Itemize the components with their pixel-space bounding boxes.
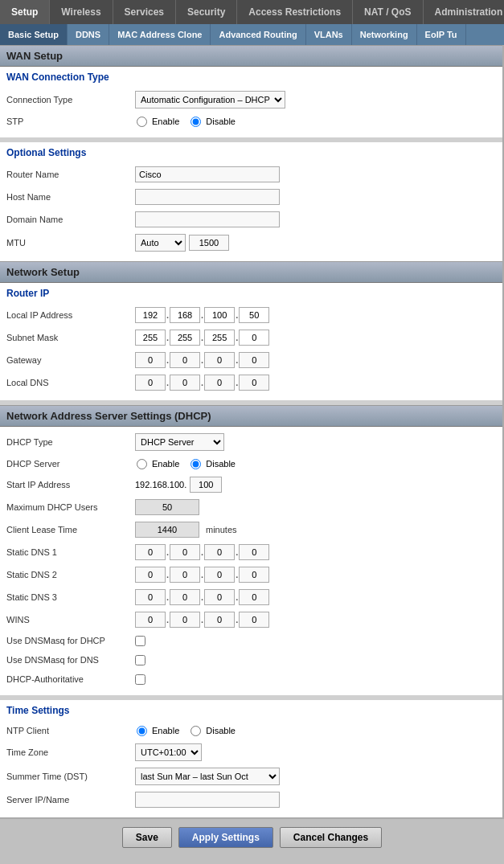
local-dns-a[interactable] — [135, 375, 166, 391]
subnet-b[interactable] — [170, 330, 200, 346]
local-ip-b[interactable] — [170, 307, 200, 323]
sdns1-c[interactable] — [204, 544, 235, 560]
local-dns-d[interactable] — [239, 375, 269, 391]
connection-type-select[interactable]: Automatic Configuration – DHCP Static IP… — [135, 91, 285, 109]
nav-setup[interactable]: Setup — [0, 0, 50, 24]
static-dns1-label: Static DNS 1 — [6, 547, 135, 557]
start-ip-last[interactable] — [190, 477, 222, 493]
start-ip-prefix: 192.168.100. — [135, 480, 186, 489]
sdns2-b[interactable] — [170, 567, 200, 583]
time-settings-header: Time Settings — [0, 700, 502, 718]
ntp-disable-radio[interactable] — [191, 726, 201, 736]
local-dns-control: . . . — [135, 375, 496, 391]
dhcp-enable-label: Enable — [152, 459, 179, 469]
sdns2-d[interactable] — [239, 567, 269, 583]
static-dns2-row: Static DNS 2 . . . — [6, 563, 496, 586]
timezone-control: UTC+01:00 UTC UTC+02:00 UTC-05:00 — [135, 743, 496, 761]
subnav-eoip[interactable]: EoIP Tu — [417, 24, 466, 45]
sdns3-d[interactable] — [239, 589, 269, 605]
apply-settings-button[interactable]: Apply Settings — [178, 827, 273, 848]
ntp-client-row: NTP Client Enable Disable — [6, 721, 496, 740]
local-ip-a[interactable] — [135, 307, 166, 323]
dhcp-type-select[interactable]: DHCP Server DHCP Forwarder Disabled — [135, 433, 224, 451]
wins-c[interactable] — [204, 612, 235, 628]
dnsmasq-dns-checkbox[interactable] — [135, 655, 145, 665]
sdns1-a[interactable] — [135, 544, 166, 560]
router-name-input[interactable] — [135, 166, 280, 182]
server-ip-input[interactable] — [135, 792, 280, 808]
nav-services[interactable]: Services — [113, 0, 176, 24]
sdns2-c[interactable] — [204, 567, 235, 583]
server-ip-label: Server IP/Name — [6, 795, 135, 805]
static-dns1-row: Static DNS 1 . . . — [6, 541, 496, 563]
local-dns-b[interactable] — [170, 375, 200, 391]
stp-disable-radio[interactable] — [191, 117, 201, 127]
dnsmasq-dhcp-control — [135, 636, 496, 646]
gateway-b[interactable] — [170, 352, 200, 368]
subnav-advanced-routing[interactable]: Advanced Routing — [211, 24, 305, 45]
lease-time-input[interactable] — [135, 522, 199, 538]
subnav-ddns[interactable]: DDNS — [68, 24, 109, 45]
mtu-label: MTU — [6, 238, 135, 248]
timezone-select[interactable]: UTC+01:00 UTC UTC+02:00 UTC-05:00 — [135, 743, 202, 761]
host-name-input[interactable] — [135, 189, 280, 205]
dhcp-enable-radio[interactable] — [137, 459, 147, 469]
subnet-mask-row: Subnet Mask . . . — [6, 326, 496, 349]
subnav-mac-address-clone[interactable]: MAC Address Clone — [109, 24, 211, 45]
sdns3-c[interactable] — [204, 589, 235, 605]
nav-security[interactable]: Security — [176, 0, 237, 24]
local-dns-c[interactable] — [204, 375, 235, 391]
stp-label: STP — [6, 117, 135, 126]
summer-time-select[interactable]: last Sun Mar – last Sun Oct Disabled — [135, 768, 280, 785]
local-ip-row: Local IP Address . . . — [6, 304, 496, 326]
summer-time-row: Summer Time (DST) last Sun Mar – last Su… — [6, 764, 496, 788]
connection-type-row: Connection Type Automatic Configuration … — [6, 88, 496, 112]
sdns3-b[interactable] — [170, 589, 200, 605]
subnet-d[interactable] — [239, 330, 269, 346]
ntp-disable-label: Disable — [206, 726, 236, 735]
max-users-row: Maximum DHCP Users — [6, 496, 496, 518]
dnsmasq-dhcp-row: Use DNSMasq for DHCP — [6, 631, 496, 650]
subnav-basic-setup[interactable]: Basic Setup — [0, 24, 68, 45]
dhcp-auth-checkbox[interactable] — [135, 674, 145, 685]
subnav-networking[interactable]: Networking — [352, 24, 417, 45]
cancel-changes-button[interactable]: Cancel Changes — [280, 827, 382, 848]
save-button[interactable]: Save — [122, 827, 172, 848]
nav-nat-qos[interactable]: NAT / QoS — [353, 0, 423, 24]
sdns2-a[interactable] — [135, 567, 166, 583]
ntp-enable-radio[interactable] — [137, 726, 147, 736]
dhcp-server-label: DHCP Server — [6, 459, 135, 469]
domain-name-label: Domain Name — [6, 215, 135, 224]
gateway-d[interactable] — [239, 352, 269, 368]
local-ip-c[interactable] — [204, 307, 235, 323]
sdns1-d[interactable] — [239, 544, 269, 560]
dhcp-auth-label: DHCP-Authoritative — [6, 674, 135, 684]
gateway-c[interactable] — [204, 352, 235, 368]
domain-name-input[interactable] — [135, 211, 280, 227]
sdns3-a[interactable] — [135, 589, 166, 605]
stp-enable-radio[interactable] — [137, 117, 147, 127]
server-ip-row: Server IP/Name — [6, 788, 496, 811]
subnav-vlans[interactable]: VLANs — [306, 24, 352, 45]
mtu-value-input[interactable] — [189, 235, 229, 251]
local-ip-d[interactable] — [239, 307, 269, 323]
subnet-mask-control: . . . — [135, 330, 496, 346]
wins-d[interactable] — [239, 612, 269, 628]
local-ip-group: . . . — [135, 307, 269, 323]
local-ip-control: . . . — [135, 307, 496, 323]
wins-a[interactable] — [135, 612, 166, 628]
nav-administration[interactable]: Administration — [424, 0, 504, 24]
subnet-a[interactable] — [135, 330, 166, 346]
gateway-a[interactable] — [135, 352, 166, 368]
sdns1-b[interactable] — [170, 544, 200, 560]
max-users-input[interactable] — [135, 499, 199, 515]
nav-wireless[interactable]: Wireless — [50, 0, 113, 24]
dnsmasq-dhcp-checkbox[interactable] — [135, 636, 145, 646]
dhcp-disable-radio[interactable] — [191, 459, 201, 469]
summer-time-label: Summer Time (DST) — [6, 772, 135, 781]
subnet-c[interactable] — [204, 330, 235, 346]
wins-b[interactable] — [170, 612, 200, 628]
mtu-type-select[interactable]: Auto Manual — [135, 234, 186, 252]
nav-access-restrictions[interactable]: Access Restrictions — [237, 0, 353, 24]
static-dns1-control: . . . — [135, 544, 496, 560]
